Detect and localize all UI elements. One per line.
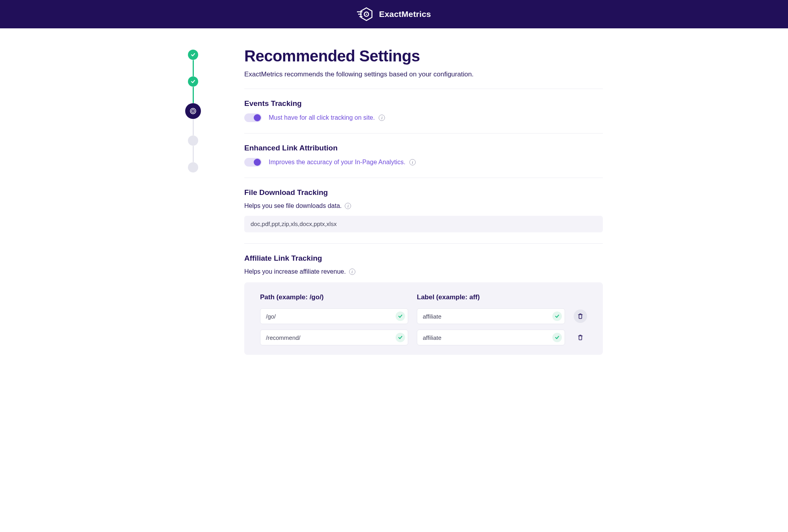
enhanced-link-section: Enhanced Link Attribution Improves the a…: [244, 133, 603, 178]
events-tracking-label: Must have for all click tracking on site…: [269, 114, 385, 121]
check-icon: [396, 333, 405, 342]
step-connector: [193, 119, 194, 135]
page-subtitle: ExactMetrics recommends the following se…: [244, 70, 603, 78]
enhanced-link-title: Enhanced Link Attribution: [244, 144, 603, 152]
file-extensions-input[interactable]: [251, 221, 597, 227]
brand-logo: ExactMetrics: [357, 6, 431, 22]
step-connector: [193, 146, 194, 162]
check-icon: [552, 311, 562, 321]
affiliate-section: Affiliate Link Tracking Helps you increa…: [244, 243, 603, 366]
affiliate-path-header: Path (example: /go/): [260, 293, 408, 301]
file-download-title: File Download Tracking: [244, 188, 603, 197]
affiliate-row: [260, 308, 587, 324]
brand-logo-icon: [357, 6, 374, 22]
events-tracking-toggle[interactable]: [244, 113, 262, 122]
step-connector: [193, 87, 194, 103]
check-icon: [552, 333, 562, 342]
file-download-section: File Download Tracking Helps you see fil…: [244, 178, 603, 243]
svg-point-4: [193, 111, 193, 111]
step-2-done[interactable]: [188, 76, 198, 87]
step-3-current[interactable]: [185, 103, 201, 119]
affiliate-label-input[interactable]: [417, 308, 565, 324]
wizard-stepper: [185, 47, 201, 366]
affiliate-path-input[interactable]: [260, 308, 408, 324]
affiliate-title: Affiliate Link Tracking: [244, 254, 603, 263]
step-4-pending: [188, 135, 198, 146]
affiliate-label-header: Label (example: aff): [417, 293, 565, 301]
info-icon[interactable]: i: [379, 115, 385, 121]
enhanced-link-label: Improves the accuracy of your In-Page An…: [269, 159, 416, 166]
events-tracking-section: Events Tracking Must have for all click …: [244, 89, 603, 133]
affiliate-path-input[interactable]: [260, 330, 408, 345]
check-icon: [396, 311, 405, 321]
affiliate-label-input[interactable]: [417, 330, 565, 345]
info-icon[interactable]: i: [409, 159, 416, 165]
svg-point-1: [366, 14, 367, 15]
events-tracking-title: Events Tracking: [244, 99, 603, 108]
enhanced-link-toggle[interactable]: [244, 158, 262, 167]
affiliate-row: [260, 330, 587, 345]
step-5-pending: [188, 162, 198, 172]
file-download-desc: Helps you see file downloads data. i: [244, 202, 351, 209]
step-1-done[interactable]: [188, 50, 198, 60]
brand-name: ExactMetrics: [379, 9, 431, 19]
file-extensions-input-wrap: [244, 216, 603, 232]
app-header: ExactMetrics: [0, 0, 788, 28]
delete-row-button[interactable]: [574, 310, 587, 323]
delete-row-button[interactable]: [574, 331, 587, 344]
page-title: Recommended Settings: [244, 47, 603, 65]
info-icon[interactable]: i: [349, 269, 355, 275]
affiliate-desc: Helps you increase affiliate revenue. i: [244, 268, 355, 275]
info-icon[interactable]: i: [345, 203, 351, 209]
main-content: Recommended Settings ExactMetrics recomm…: [244, 47, 603, 366]
affiliate-rows-box: Path (example: /go/) Label (example: aff…: [244, 282, 603, 355]
step-connector: [193, 60, 194, 76]
